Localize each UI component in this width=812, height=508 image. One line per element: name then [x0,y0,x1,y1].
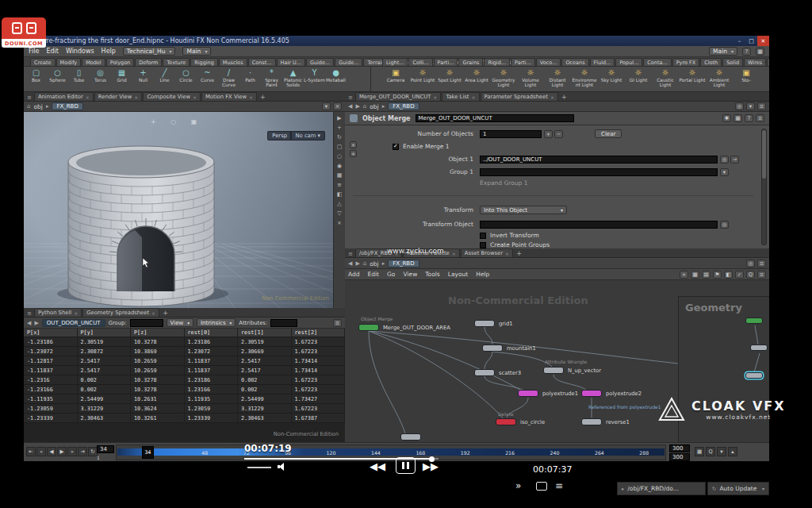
shelf-tab[interactable]: Model [82,58,105,67]
shelf-tab[interactable]: Pyro FX [672,58,700,67]
clear-button[interactable]: Clear [595,129,622,138]
tab-close-icon[interactable]: × [74,310,78,316]
group-select-icon[interactable]: ▾ [720,168,729,176]
volume-icon[interactable] [278,463,287,471]
transport-button[interactable]: » [67,447,77,456]
shelf-tab[interactable]: Parti... [434,58,458,67]
viewport-option-icon[interactable]: ▾ [322,102,331,110]
network-toolbar-icon[interactable]: Q [746,271,755,279]
fast-forward-button[interactable]: ▶▶ [423,460,439,472]
pane-tab[interactable]: Asset Browser× [461,248,513,257]
group1-field[interactable] [480,168,718,176]
dropdown-icon[interactable]: ▾ [746,102,755,110]
pane-tab[interactable]: Parameter Spreadsheet× [481,92,558,101]
tab-close-icon[interactable]: × [86,94,90,100]
shelf-tab[interactable]: Hair U... [277,58,305,67]
pin-icon[interactable]: ◎ [746,260,755,267]
shelf-tab[interactable]: Wires [744,58,766,67]
network-menu-item[interactable]: View [403,271,417,278]
status-node-path[interactable]: ▸ /obj/FX_RBD/do... [617,482,706,495]
shelf-tool[interactable]: ☼ GI Light [625,67,652,83]
table-row[interactable]: -1.23160.002 10.32781.23186 0.0021.67223 [24,375,345,385]
shelf-tool[interactable]: ☼ Sky Light [598,67,625,83]
node-scatter3[interactable] [474,369,495,376]
layout-icon[interactable]: ▦ [756,48,764,56]
forward-icon[interactable]: ▶ [34,320,38,326]
shelf-tool[interactable]: Y L-System [304,67,325,83]
playbar-icon[interactable]: ▴ [728,447,737,456]
home-icon[interactable]: ⌂ [363,260,366,267]
shelf-tab[interactable]: Light... [382,58,408,67]
table-row[interactable]: -1.118372.5417 10.26591.11837 2.54171.73… [24,366,345,375]
create-point-groups-checkbox[interactable] [480,242,486,248]
forward-icon[interactable]: ▶ [355,260,359,267]
attributes-input[interactable] [270,319,297,327]
network-toolbar-icon[interactable]: + [680,271,688,279]
shelf-tool[interactable]: ○ Circle [175,67,197,83]
shelf-tool[interactable]: ▢ Box [25,67,47,83]
node-iso-circle[interactable] [496,418,516,425]
shelf-tab[interactable]: Conta... [643,58,671,67]
shelf-tool[interactable]: ☼ Caustic Light [652,67,679,87]
pane-tab[interactable]: Python Shell× [34,308,82,317]
shelf-tab[interactable]: Rigid... [484,58,510,67]
shelf-tool[interactable]: ☼ Distant Light [544,67,571,87]
op-chooser-icon[interactable]: ◎ [720,156,729,164]
forward-icon[interactable]: ▶ [355,103,359,110]
shelf-tab[interactable]: Oceans [561,58,588,67]
column-header[interactable]: rest[2] [292,329,346,337]
shelf-tab[interactable]: Parti... [511,58,535,67]
viewport-tool-icon[interactable]: ≡ [337,182,342,188]
view-dropdown[interactable]: View▾ [167,318,193,327]
viewport-tool-icon[interactable]: ◧ [337,191,343,198]
transport-button[interactable]: ▶ [57,447,67,456]
shelf-tab[interactable]: Popul... [615,58,642,67]
node-reverse1[interactable] [581,418,602,425]
pane-menu-icon[interactable]: ≡ [347,251,354,257]
shelf-tool[interactable]: ~ Curve [197,67,218,83]
tab-close-icon[interactable]: × [433,94,437,100]
maximize-button[interactable]: □ [745,36,757,46]
transport-button[interactable]: ⇤ [26,447,36,456]
pin-icon[interactable]: ◎ [735,102,744,110]
shelf-tab[interactable]: Crowds [767,58,769,67]
home-icon[interactable]: ⌂ [27,103,30,110]
table-row[interactable]: -1.230722.30872 10.38691.23072 2.306691.… [24,347,345,356]
shelf-tool[interactable]: ☼ Spot Light [436,67,463,83]
param-context[interactable]: obj [370,103,378,110]
shelf-tool[interactable]: ☼ Point Light [409,67,436,83]
pane-menu-icon[interactable]: ≡ [25,94,33,101]
viewport-tool-icon[interactable]: ▽ [337,210,341,217]
op-jump-icon[interactable]: → [730,156,739,164]
network-menu-item[interactable]: Tools [425,271,439,278]
shelf-tool[interactable]: ☼ Portal Light [679,67,706,83]
shelf-tab[interactable]: Solid [722,58,743,67]
shelf-tool[interactable]: ● Metaball [325,67,347,83]
column-header[interactable]: P[x] [24,329,78,337]
shelf-tool[interactable]: ○ Sphere [47,67,68,83]
tab-close-icon[interactable]: × [134,94,138,100]
viewport-tool-icon[interactable]: ◉ [337,163,342,169]
shelf-tab[interactable]: Modify [56,58,82,67]
pane-tab[interactable]: Motion FX View× [201,92,257,101]
shelf-tool[interactable]: + Null [132,67,154,83]
table-row[interactable]: -1.231862.30519 10.32781.23186 2.305191.… [24,337,345,347]
column-header[interactable]: rest[0] [185,329,239,337]
network-node-badge[interactable]: FX_RBD [388,260,419,267]
viewport-tool-icon[interactable]: ▢ [337,144,343,150]
shelf-tab[interactable]: Texture [163,58,190,67]
shelf-tool[interactable]: ▲ Platonic Solids [282,67,304,87]
table-row[interactable]: -1.119352.54499 10.26311.11935 2.544991.… [24,394,345,404]
tab-close-icon[interactable]: × [193,94,197,100]
shelf-tool[interactable]: · Path [239,67,261,83]
network-toolbar-icon[interactable]: ≡ [757,271,766,279]
shelf-tool[interactable]: ☼ Geometry Light [490,67,517,87]
shelf-tab[interactable]: Guide... [335,58,362,67]
node-polyextrude1[interactable] [518,390,538,397]
auto-update-selector[interactable]: ↻ Auto Update ▾ [707,482,769,495]
table-row[interactable]: -1.231660.002 10.32781.23166 0.0021.6722… [24,385,345,394]
minimize-button[interactable]: – [733,36,745,46]
shelf-tool[interactable]: ╱ Line [154,67,175,83]
rewind-button[interactable]: ◀◀ [370,460,385,472]
shelf-tool[interactable]: ▣ Sto- [733,67,760,83]
